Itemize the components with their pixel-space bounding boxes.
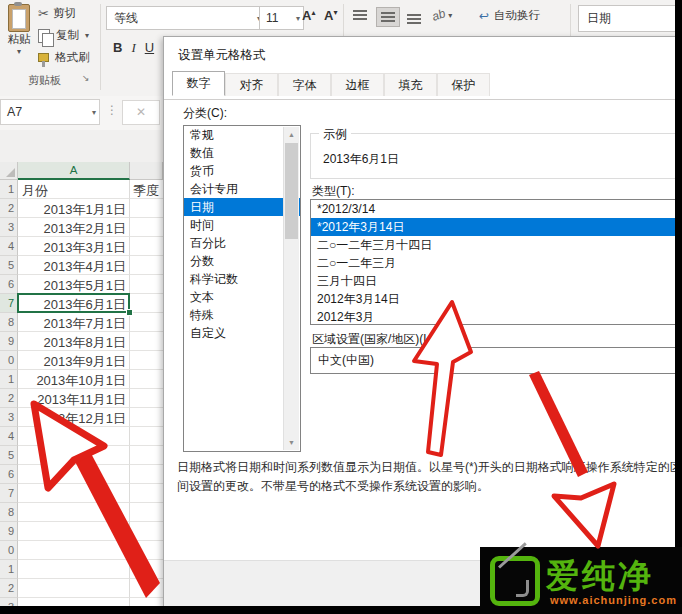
row-header[interactable]: 6 bbox=[0, 465, 18, 484]
cell-b1[interactable]: 季度 bbox=[130, 180, 163, 199]
format-painter-button[interactable]: 格式刷 bbox=[38, 50, 90, 65]
row-header[interactable]: 0 bbox=[0, 351, 18, 370]
cell-b22[interactable] bbox=[130, 579, 163, 598]
row-header[interactable]: 8 bbox=[0, 503, 18, 522]
cell-b19[interactable] bbox=[130, 522, 163, 541]
type-item[interactable]: 二○一二年三月十四日 bbox=[311, 236, 680, 254]
name-box[interactable]: A7 ▾ bbox=[0, 99, 100, 125]
align-bottom-button[interactable] bbox=[403, 7, 427, 27]
category-listbox[interactable]: 常规数值货币会计专用日期时间百分比分数科学记数文本特殊自定义 ▲ ▼ bbox=[183, 125, 301, 452]
copy-button[interactable]: 复制 ▾ bbox=[38, 28, 89, 43]
scrollbar-thumb[interactable] bbox=[285, 143, 298, 239]
cell-b14[interactable] bbox=[130, 427, 163, 446]
cell-a12[interactable]: 2013年11月1日 bbox=[18, 389, 130, 408]
dialog-tab[interactable]: 边框 bbox=[331, 73, 384, 96]
cell-b10[interactable] bbox=[130, 351, 163, 370]
category-scrollbar[interactable]: ▲ ▼ bbox=[283, 127, 299, 450]
row-header[interactable]: 9 bbox=[0, 522, 18, 541]
cell-b12[interactable] bbox=[130, 389, 163, 408]
column-header-a[interactable]: A bbox=[18, 162, 130, 180]
row-header[interactable]: 7 bbox=[0, 484, 18, 503]
cell-a18[interactable] bbox=[18, 503, 130, 522]
cell-a10[interactable]: 2013年9月1日 bbox=[18, 351, 130, 370]
cell-a22[interactable] bbox=[18, 579, 130, 598]
locale-combobox[interactable]: 中文(中国) bbox=[310, 347, 681, 374]
row-header[interactable]: 4 bbox=[0, 237, 18, 256]
cell-b8[interactable] bbox=[130, 313, 163, 332]
cell-b18[interactable] bbox=[130, 503, 163, 522]
row-header[interactable]: 3 bbox=[0, 218, 18, 237]
italic-button[interactable]: I bbox=[131, 40, 135, 56]
type-item[interactable]: *2012/3/14 bbox=[311, 200, 680, 218]
cell-b13[interactable] bbox=[130, 408, 163, 427]
cell-a16[interactable] bbox=[18, 465, 130, 484]
type-item[interactable]: *2012年3月14日 bbox=[311, 218, 680, 236]
type-item[interactable]: 三月十四日 bbox=[311, 272, 680, 290]
dialog-tab[interactable]: 数字 bbox=[172, 71, 225, 96]
wrap-text-button[interactable]: ↩ 自动换行 bbox=[479, 8, 540, 23]
cell-a11[interactable]: 2013年10月1日 bbox=[18, 370, 130, 389]
cell-a6[interactable]: 2013年5月1日 bbox=[18, 275, 130, 294]
formula-bar-splitter[interactable]: ⋮ bbox=[106, 103, 118, 117]
row-header[interactable]: 5 bbox=[0, 446, 18, 465]
cell-b16[interactable] bbox=[130, 465, 163, 484]
cell-b11[interactable] bbox=[130, 370, 163, 389]
cell-a15[interactable] bbox=[18, 446, 130, 465]
cell-b4[interactable] bbox=[130, 237, 163, 256]
paste-dropdown-icon[interactable]: ▾ bbox=[2, 47, 36, 56]
row-header[interactable]: 4 bbox=[0, 427, 18, 446]
worksheet[interactable]: A 1月份季度22013年1月1日32013年2月1日42013年3月1日520… bbox=[0, 130, 163, 607]
cell-b6[interactable] bbox=[130, 275, 163, 294]
row-header[interactable]: 2 bbox=[0, 579, 18, 598]
row-header[interactable]: 1 bbox=[0, 560, 18, 579]
dialog-tab[interactable]: 对齐 bbox=[225, 73, 278, 96]
shrink-font-button[interactable]: A▾ bbox=[324, 8, 337, 23]
clipboard-dialog-launcher[interactable]: ↘ bbox=[82, 73, 90, 83]
type-item[interactable]: 2012年3月 bbox=[311, 308, 680, 325]
cell-a2[interactable]: 2013年1月1日 bbox=[18, 199, 130, 218]
row-header[interactable]: 6 bbox=[0, 275, 18, 294]
cell-b17[interactable] bbox=[130, 484, 163, 503]
font-size-combobox[interactable]: 11 ▾ bbox=[259, 6, 304, 30]
row-header[interactable]: 9 bbox=[0, 332, 18, 351]
cell-b20[interactable] bbox=[130, 541, 163, 560]
row-header[interactable]: 7 bbox=[0, 294, 18, 313]
dialog-tab[interactable]: 字体 bbox=[278, 73, 331, 96]
align-middle-button[interactable] bbox=[376, 7, 400, 27]
cell-a14[interactable] bbox=[18, 427, 130, 446]
type-item[interactable]: 二○一二年三月 bbox=[311, 254, 680, 272]
cell-a21[interactable] bbox=[18, 560, 130, 579]
underline-button[interactable]: U bbox=[145, 40, 154, 55]
dialog-tab[interactable]: 保护 bbox=[437, 73, 490, 96]
cell-b7[interactable] bbox=[130, 294, 163, 313]
cell-a13[interactable]: 2013年12月1日 bbox=[18, 408, 130, 427]
cancel-entry-button[interactable]: ✕ bbox=[122, 100, 160, 125]
row-header[interactable]: 2 bbox=[0, 389, 18, 408]
row-header[interactable]: 2 bbox=[0, 199, 18, 218]
type-item[interactable]: 2012年3月14日 bbox=[311, 290, 680, 308]
row-header[interactable]: 3 bbox=[0, 408, 18, 427]
row-header[interactable]: 1 bbox=[0, 370, 18, 389]
select-all-corner[interactable] bbox=[0, 162, 18, 180]
type-listbox[interactable]: *2012/3/14*2012年3月14日二○一二年三月十四日二○一二年三月三月… bbox=[310, 199, 681, 325]
cut-button[interactable]: ✂ 剪切 bbox=[38, 6, 76, 21]
cell-a1[interactable]: 月份 bbox=[18, 180, 130, 199]
row-header[interactable]: 0 bbox=[0, 541, 18, 560]
cell-b2[interactable] bbox=[130, 199, 163, 218]
grow-font-button[interactable]: A▴ bbox=[302, 8, 315, 23]
cell-b21[interactable] bbox=[130, 560, 163, 579]
cell-a5[interactable]: 2013年4月1日 bbox=[18, 256, 130, 275]
cell-a4[interactable]: 2013年3月1日 bbox=[18, 237, 130, 256]
align-top-button[interactable] bbox=[349, 7, 373, 27]
cell-a8[interactable]: 2013年7月1日 bbox=[18, 313, 130, 332]
cell-b9[interactable] bbox=[130, 332, 163, 351]
dialog-tab[interactable]: 填充 bbox=[384, 73, 437, 96]
fill-handle[interactable] bbox=[126, 309, 133, 316]
font-name-combobox[interactable]: 等线 ▾ bbox=[106, 6, 265, 30]
orientation-button[interactable]: ab ▾ bbox=[432, 8, 452, 22]
scroll-up-icon[interactable]: ▲ bbox=[284, 127, 299, 142]
bold-button[interactable]: B bbox=[113, 40, 122, 55]
cell-b3[interactable] bbox=[130, 218, 163, 237]
row-header[interactable]: 5 bbox=[0, 256, 18, 275]
row-header[interactable]: 1 bbox=[0, 180, 18, 199]
